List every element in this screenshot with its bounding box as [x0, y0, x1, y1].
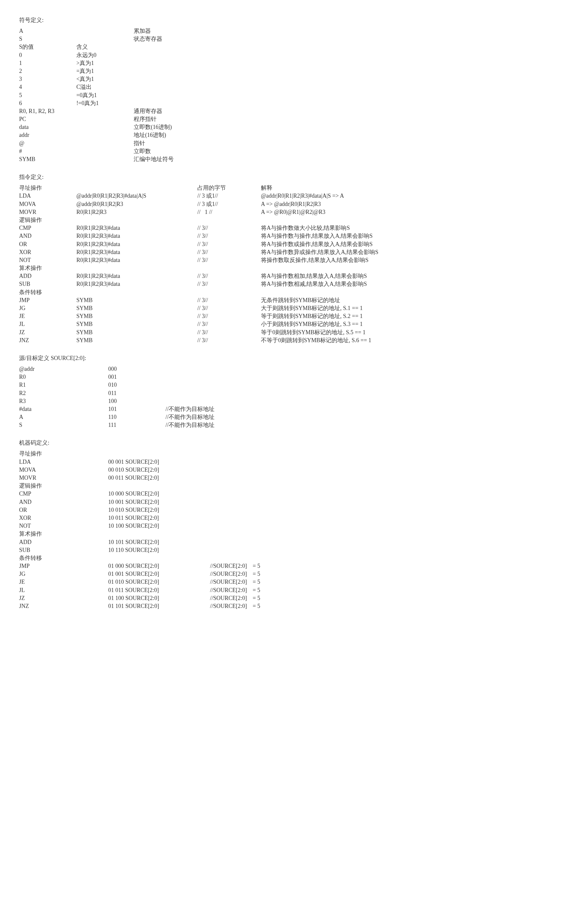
table-row: LDA@addr|R0|R1|R2|R3|#data|A|S// 3 或1//@…: [19, 192, 542, 200]
cell: 01 010 SOURCE[2:0]: [108, 578, 210, 586]
cell: @addr|R0|R1|R2|R3|#data|A|S => A: [261, 192, 344, 200]
cell: SUB: [19, 280, 76, 288]
cell: 状态寄存器: [134, 35, 162, 43]
table-row: PC程序指针: [19, 115, 542, 123]
cell: //不能作为目标地址: [165, 405, 214, 413]
cell: A => @addr|R0|R1|R2|R3: [261, 200, 321, 208]
table-row: MOVA00 010 SOURCE[2:0]: [19, 466, 542, 474]
cell: S的值: [19, 43, 76, 51]
col-header: 占用的字节: [197, 184, 261, 192]
section-title: 源/目标定义 SOURCE[2:0]:: [19, 354, 542, 363]
cell: JL: [19, 586, 108, 594]
table-row: ADD10 101 SOURCE[2:0]: [19, 538, 542, 546]
cell: 1: [19, 59, 76, 67]
cell: #data: [19, 405, 108, 413]
cell: [76, 27, 134, 35]
cell: R2: [19, 389, 108, 397]
cell: // 3//: [197, 256, 261, 264]
cell: //SOURCE[2:0] = 5: [210, 578, 260, 586]
group-name: 条件转移: [19, 554, 42, 562]
cell: //SOURCE[2:0] = 5: [210, 562, 260, 570]
cell: SYMB: [76, 304, 197, 312]
cell: PC: [19, 115, 76, 123]
col-header: 解释: [261, 184, 272, 192]
table-row: 6!=0真为1: [19, 99, 542, 107]
table-row: @指针: [19, 140, 542, 147]
cell: 011: [108, 389, 165, 397]
table-row: LDA00 001 SOURCE[2:0]: [19, 458, 542, 466]
table-row: JG01 001 SOURCE[2:0]//SOURCE[2:0] = 5: [19, 570, 542, 578]
group-name: 寻址操作: [19, 184, 76, 192]
cell: ADD: [19, 538, 108, 546]
group-header: 条件转移: [19, 554, 542, 562]
cell: OR: [19, 506, 108, 514]
cell: >真为1: [76, 59, 134, 67]
cell: [76, 115, 134, 123]
cell: 程序指针: [134, 115, 156, 123]
cell: JMP: [19, 562, 108, 570]
cell: // 3//: [197, 304, 261, 312]
cell: R0|R1|R2|R3|#data: [76, 240, 197, 248]
cell: // 3 或1//: [197, 200, 261, 208]
cell: [76, 155, 134, 163]
table-row: 0永远为0: [19, 51, 542, 59]
table-row: #data101//不能作为目标地址: [19, 405, 542, 413]
table-row: NOTR0|R1|R2|R3|#data// 3//将操作数取反操作,结果放入A…: [19, 256, 542, 264]
cell: R0|R1|R2|R3: [76, 208, 197, 216]
group-name: 算术操作: [19, 530, 42, 538]
cell: //SOURCE[2:0] = 5: [210, 586, 260, 594]
cell: SYMB: [76, 328, 197, 336]
cell: @: [19, 140, 76, 147]
table-row: JNZSYMB// 3//不等于0则跳转到SYMB标记的地址, S.6 == 1: [19, 336, 542, 344]
cell: MOVR: [19, 208, 76, 216]
cell: XOR: [19, 248, 76, 256]
table-row: CMP10 000 SOURCE[2:0]: [19, 490, 542, 498]
group-header: 寻址操作占用的字节解释: [19, 184, 542, 192]
table-row: R3100: [19, 397, 542, 405]
cell: // 1 //: [197, 208, 261, 216]
cell: 永远为0: [76, 51, 134, 59]
table-row: JZ01 100 SOURCE[2:0]//SOURCE[2:0] = 5: [19, 594, 542, 602]
cell: 累加器: [134, 27, 151, 35]
cell: 将A与操作数或操作,结果放入A,结果会影响S: [261, 240, 373, 248]
cell: SYMB: [19, 155, 76, 163]
cell: 等于则跳转到SYMB标记的地址, S.2 == 1: [261, 312, 363, 320]
cell: // 3 或1//: [197, 192, 261, 200]
cell: //不能作为目标地址: [165, 421, 214, 429]
cell: OR: [19, 240, 76, 248]
cell: 01 011 SOURCE[2:0]: [108, 586, 210, 594]
table-row: CMPR0|R1|R2|R3|#data// 3//将A与操作数做大小比较,结果…: [19, 224, 542, 232]
cell: 2: [19, 67, 76, 75]
cell: 10 101 SOURCE[2:0]: [108, 538, 210, 546]
cell: 不等于0则跳转到SYMB标记的地址, S.6 == 1: [261, 336, 371, 344]
cell: 01 100 SOURCE[2:0]: [108, 594, 210, 602]
cell: CMP: [19, 224, 76, 232]
cell: // 3//: [197, 336, 261, 344]
group-header: 条件转移: [19, 288, 542, 296]
cell: //不能作为目标地址: [165, 413, 214, 421]
cell: 小于则跳转到SYMB标记的地址, S.3 == 1: [261, 320, 363, 328]
cell: SYMB: [76, 320, 197, 328]
cell: 10 001 SOURCE[2:0]: [108, 498, 210, 506]
cell: [76, 131, 134, 139]
cell: // 3//: [197, 312, 261, 320]
cell: JNZ: [19, 602, 108, 610]
table-row: JGSYMB// 3//大于则跳转到SYMB标记的地址, S.1 == 1: [19, 304, 542, 312]
cell: 111: [108, 421, 165, 429]
cell: 4: [19, 83, 76, 91]
section-title: 机器码定义:: [19, 439, 542, 447]
cell: //SOURCE[2:0] = 5: [210, 570, 260, 578]
table-row: MOVRR0|R1|R2|R3// 1 //A => @R0|@R1|@R2|@…: [19, 208, 542, 216]
symbol-definitions: 符号定义: A累加器S状态寄存器S的值含义0永远为01>真为12=真为13<真为…: [19, 16, 542, 163]
table-row: R2011: [19, 389, 542, 397]
cell: 大于则跳转到SYMB标记的地址, S.1 == 1: [261, 304, 363, 312]
table-row: @addr000: [19, 365, 542, 373]
table-row: S的值含义: [19, 43, 542, 51]
group-name: 逻辑操作: [19, 482, 42, 490]
cell: 110: [108, 413, 165, 421]
table-row: JMP01 000 SOURCE[2:0]//SOURCE[2:0] = 5: [19, 562, 542, 570]
table-row: ADDR0|R1|R2|R3|#data// 3//将A与操作数相加,结果放入A…: [19, 272, 542, 280]
section-title: 符号定义:: [19, 16, 542, 24]
cell: #: [19, 147, 76, 155]
cell: // 3//: [197, 240, 261, 248]
